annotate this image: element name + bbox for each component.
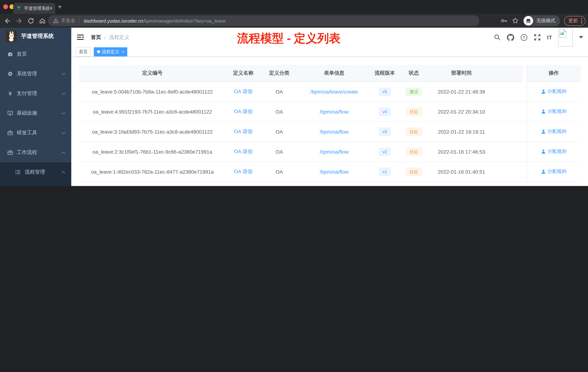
browser-tab[interactable]: 芋道管理系统 ✕ (13, 3, 55, 14)
column-name: 定义名称 (226, 65, 261, 82)
table-header-row: 定义编号 定义名称 定义分类 表单信息 流程版本 状态 部署时间 操作 (79, 65, 581, 82)
close-window-button[interactable] (3, 4, 8, 9)
deploy-time: 2022-01-22 21:48:38 (429, 82, 494, 101)
address-bar[interactable]: 不安全 dashboard.yudao.iocoder.cn /bpm/mana… (48, 15, 479, 26)
sidebar-item-infrastructure[interactable]: 基础设施 (0, 103, 71, 123)
table-row: oa_leave:2:3c1f0ef1-76b1-11ec-9c66-a2380… (79, 142, 581, 162)
assign-rule-button[interactable]: 分配规则 (541, 148, 567, 155)
status-badge: 挂起 (406, 128, 422, 136)
hamburger-icon[interactable] (77, 34, 84, 42)
breadcrumb-current: 流程定义 (109, 34, 129, 41)
definition-id: oa_leave:2:3c1f0ef1-76b1-11ec-9c66-a2380… (79, 142, 226, 162)
svg-text:?: ? (523, 35, 525, 40)
chevron-down-icon (62, 131, 65, 134)
form-link[interactable]: /bpm/oa/flow (320, 169, 349, 175)
form-link[interactable]: /bpm/oa/leave/create (310, 89, 358, 94)
avatar-broken-image-icon (559, 29, 567, 38)
assign-rule-button[interactable]: 分配规则 (541, 108, 567, 115)
column-filler (494, 65, 526, 82)
breadcrumb-separator: / (104, 34, 106, 40)
avatar[interactable] (558, 28, 573, 47)
workflow-submenu: 流程管理 流程表单 用户分组 (0, 162, 71, 186)
reload-icon[interactable] (27, 17, 34, 24)
github-icon[interactable] (507, 34, 514, 41)
filler-cell (494, 82, 526, 101)
filler-cell (494, 121, 526, 142)
table-row: oa_leave:5:004b710b-7b8a-11ec-8ef0-acde4… (79, 82, 581, 101)
definition-name-link[interactable]: OA 请假 (234, 168, 253, 174)
toolbox-icon (7, 130, 13, 136)
caret-down-icon[interactable] (579, 36, 583, 39)
sidebar-item-process-management[interactable]: 流程管理 (0, 163, 71, 181)
text-size-icon[interactable]: tT (547, 34, 552, 40)
tag-process-definition[interactable]: 流程定义 × (94, 47, 127, 56)
column-action: 操作 (526, 65, 581, 82)
breadcrumb-home[interactable]: 首页 (91, 34, 101, 41)
omnibox-divider (79, 18, 80, 23)
user-icon (541, 129, 546, 134)
definition-name-link[interactable]: OA 请假 (234, 88, 253, 94)
incognito-icon (524, 16, 533, 25)
column-status: 状态 (399, 65, 429, 82)
table-row: oa_leave:3:1fad3d93-7b75-11ec-a3c8-acde4… (79, 121, 581, 142)
filler-cell (494, 101, 526, 121)
version-badge: v5 (379, 88, 390, 96)
table-row: oa_leave:4:991f2193-7b7f-11ec-a3c8-acde4… (79, 101, 581, 121)
sidebar-item-workflow[interactable]: 工作流程 (0, 143, 71, 162)
home-icon[interactable] (39, 17, 46, 24)
chevron-up-icon (62, 171, 65, 175)
assign-rule-button[interactable]: 分配规则 (541, 128, 567, 135)
column-version: 流程版本 (370, 65, 399, 82)
tab-close-icon[interactable]: ✕ (49, 6, 53, 11)
new-tab-button[interactable]: + (58, 3, 62, 11)
app-header: 首页 / 流程定义 流程模型 - 定义列表 ? (71, 28, 588, 47)
form-link[interactable]: /bpm/oa/flow (320, 129, 349, 134)
status-badge: 激活 (406, 88, 422, 96)
assign-rule-button[interactable]: 分配规则 (541, 168, 567, 175)
tag-close-icon[interactable]: × (122, 50, 124, 54)
key-icon[interactable] (500, 17, 508, 24)
definition-category: OA (261, 82, 298, 101)
search-icon[interactable] (494, 34, 501, 41)
favicon-sprout-icon (16, 5, 21, 12)
form-link[interactable]: /bpm/oa/flow (320, 149, 349, 154)
definition-name-link[interactable]: OA 请假 (234, 108, 253, 114)
column-id: 定义编号 (79, 65, 226, 82)
assign-rule-button[interactable]: 分配规则 (541, 88, 567, 95)
sidebar-item-system[interactable]: 系统管理 (0, 64, 71, 84)
column-deploy-time: 部署时间 (429, 65, 494, 82)
dashboard-icon (7, 51, 13, 57)
filler-cell (494, 142, 526, 162)
user-icon (541, 109, 546, 114)
definition-category: OA (261, 162, 298, 182)
tags-bar: 首页 流程定义 × (71, 47, 588, 57)
definition-category: OA (261, 142, 298, 162)
yen-icon: ¥ (7, 91, 13, 97)
definition-name-link[interactable]: OA 请假 (234, 148, 253, 154)
browser-menu-icon[interactable] (581, 18, 582, 23)
definition-table: 定义编号 定义名称 定义分类 表单信息 流程版本 状态 部署时间 操作 (79, 65, 581, 182)
form-link[interactable]: /bpm/oa/flow (320, 109, 349, 114)
version-badge: v4 (379, 108, 390, 116)
fullscreen-icon[interactable] (534, 34, 541, 41)
app-title: 芋道管理系统 (21, 33, 54, 40)
definition-name-link[interactable]: OA 请假 (234, 128, 253, 134)
column-category: 定义分类 (261, 65, 298, 82)
star-icon[interactable] (512, 17, 519, 24)
sidebar-item-payment[interactable]: ¥ 支付管理 (0, 84, 71, 103)
tag-home[interactable]: 首页 (76, 47, 91, 56)
active-dot (97, 50, 100, 53)
tab-strip: 芋道管理系统 ✕ + (0, 0, 588, 14)
chevron-up-icon (62, 152, 65, 155)
forward-icon[interactable] (16, 17, 22, 24)
user-icon (541, 169, 546, 174)
sidebar-item-devtools[interactable]: 研发工具 (0, 123, 71, 143)
update-button[interactable]: 更新 (564, 16, 586, 26)
sidebar-item-process-form[interactable]: 流程表单 (0, 181, 71, 186)
column-form: 表单信息 (298, 65, 370, 82)
back-icon[interactable] (4, 17, 11, 24)
sidebar-item-home[interactable]: 首页 (0, 44, 71, 64)
help-icon[interactable]: ? (520, 34, 528, 41)
list-icon (15, 170, 20, 175)
url-path: /bpm/manager/definition?key=oa_leave (143, 18, 226, 23)
